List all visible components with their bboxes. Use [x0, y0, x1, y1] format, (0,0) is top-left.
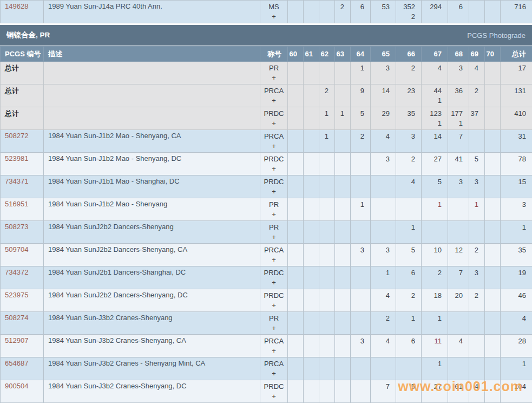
pcgs-number-link[interactable]: 512907	[5, 336, 28, 344]
plus-designation-label: +	[260, 346, 287, 355]
plus-grade-count	[371, 187, 396, 196]
grade-count	[422, 221, 448, 232]
grade-count: 3	[371, 153, 396, 164]
grade-cell-63	[335, 84, 351, 107]
pcgs-number-link[interactable]: 508274	[5, 314, 28, 322]
grade-count	[335, 62, 350, 73]
plus-grade-count	[304, 301, 319, 310]
plus-grade-count	[422, 278, 448, 287]
grade-count: 4	[396, 176, 421, 187]
grade-count	[335, 221, 350, 232]
grade-count: 6	[396, 266, 421, 278]
grade-cell-70	[485, 62, 501, 84]
plus-grade-count	[469, 12, 484, 21]
designation-cell: PRDC+	[260, 176, 288, 198]
grade-count: 1	[422, 198, 448, 210]
grade-cell-67: 1	[422, 312, 448, 335]
grade-cell-68	[448, 221, 469, 244]
grade-count: 5	[396, 244, 421, 255]
plus-grade-count	[351, 96, 370, 105]
total-cell: 28	[501, 335, 532, 358]
plus-designation-label: +	[260, 164, 287, 173]
total-row-label: 总计	[5, 109, 19, 118]
plus-grade-count	[335, 187, 350, 196]
grade-count	[288, 62, 303, 73]
grade-count: 3	[351, 335, 370, 346]
plus-grade-count	[288, 323, 303, 333]
grade-count	[485, 358, 500, 369]
grade-count	[469, 335, 484, 346]
grade-cell-60	[288, 335, 304, 358]
plus-grade-count	[371, 96, 396, 105]
grade-cell-64: 6	[351, 1, 371, 23]
plus-grade-count	[319, 346, 334, 355]
grade-count	[304, 221, 319, 232]
pcgs-number-link[interactable]: 734372	[5, 268, 28, 276]
pcgs-number-link[interactable]: 508272	[5, 132, 28, 140]
total-count: 131	[501, 84, 532, 96]
grade-count	[485, 312, 500, 323]
section-title: 铜镍合金, PR	[6, 30, 50, 40]
grade-cell-63	[335, 312, 351, 335]
grade-count	[304, 62, 319, 73]
pcgs-photograde-link[interactable]: PCGS Photograde	[467, 31, 526, 40]
grade-cell-64: 3	[351, 335, 371, 358]
plus-grade-count	[304, 278, 319, 287]
plus-grade-count	[469, 278, 484, 287]
grade-cell-63	[335, 198, 351, 221]
grade-count	[335, 84, 350, 96]
pcgs-id-cell: 509704	[1, 244, 44, 266]
plus-grade-count	[371, 301, 396, 310]
grade-cell-68: 36	[448, 84, 469, 107]
designation-label: PR	[260, 221, 287, 232]
grade-cell-70	[485, 244, 501, 266]
plus-grade-count	[351, 164, 370, 173]
pcgs-number-link[interactable]: 734371	[5, 177, 28, 185]
pcgs-number-link[interactable]: 149628	[5, 2, 28, 10]
grade-count	[319, 176, 334, 187]
grade-cell-61	[304, 244, 319, 266]
pcgs-number-link[interactable]: 523981	[5, 154, 28, 162]
grade-count	[485, 1, 500, 12]
grade-cell-64: 2	[351, 130, 371, 153]
grade-count: 2	[319, 84, 334, 96]
plus-grade-count	[485, 210, 500, 219]
pcgs-number-link[interactable]: 508273	[5, 223, 28, 231]
grade-count: 3	[351, 244, 370, 255]
plus-grade-count	[422, 369, 448, 378]
column-header-grade-64: 64	[351, 47, 371, 62]
grade-cell-66: 1	[396, 312, 422, 335]
pcgs-number-link[interactable]: 654687	[5, 359, 28, 367]
grade-cell-66: 23	[396, 84, 422, 107]
pcgs-number-link[interactable]: 509704	[5, 245, 28, 253]
grade-cell-65: 29	[371, 107, 396, 130]
plus-grade-count	[448, 255, 469, 264]
plus-grade-count	[304, 369, 319, 378]
plus-grade-count	[335, 119, 350, 128]
grade-cell-64	[351, 312, 371, 335]
plus-grade-count	[469, 255, 484, 264]
grade-cell-61	[304, 84, 319, 107]
designation-cell: PRDC+	[260, 266, 288, 289]
grade-cell-66: 3	[396, 130, 422, 153]
grade-cell-60	[288, 84, 304, 107]
grade-cell-61	[304, 312, 319, 335]
pcgs-number-link[interactable]: 900504	[5, 382, 28, 390]
grade-cell-64	[351, 153, 371, 176]
coin-description: 1984 Yuan SunJ2b2 Dancers-Shenyang, CA	[44, 244, 260, 266]
plus-grade-count: 1	[448, 119, 469, 128]
grade-count	[304, 312, 319, 323]
grade-count	[288, 289, 303, 301]
grade-count	[319, 335, 334, 346]
grade-cell-69	[469, 221, 485, 244]
plus-grade-count	[485, 255, 500, 264]
pcgs-number-link[interactable]: 516951	[5, 200, 28, 208]
grade-count: 3	[469, 266, 484, 278]
designation-label: PRCA	[260, 358, 287, 369]
grade-cell-66	[396, 198, 422, 221]
grade-count: 14	[422, 130, 448, 141]
pcgs-number-link[interactable]: 523975	[5, 291, 28, 299]
plus-grade-count	[335, 346, 350, 355]
grade-cell-67: 1231	[422, 107, 448, 130]
grade-count: 7	[448, 266, 469, 278]
